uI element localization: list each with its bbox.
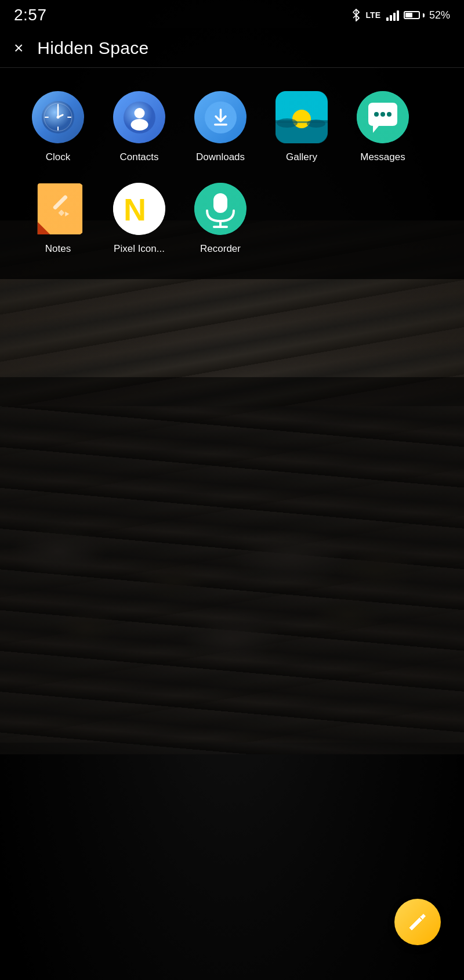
recorder-label: Recorder xyxy=(200,243,241,255)
status-bar: 2:57 LTE 52% xyxy=(0,0,464,28)
clock-svg xyxy=(41,100,75,135)
signal-bar-3 xyxy=(393,13,396,21)
bluetooth-icon xyxy=(351,9,361,21)
battery-fill xyxy=(405,13,412,17)
signal-bars xyxy=(386,9,399,21)
messages-svg xyxy=(357,91,409,143)
status-time: 2:57 xyxy=(14,6,47,24)
battery-percentage: 52% xyxy=(429,9,450,21)
app-item-messages[interactable]: Messages xyxy=(342,82,423,169)
dark-overlay xyxy=(0,377,464,980)
app-item-downloads[interactable]: Downloads xyxy=(180,82,261,169)
svg-point-9 xyxy=(57,116,60,119)
downloads-svg xyxy=(205,102,237,133)
battery-tip xyxy=(423,13,425,17)
recorder-icon xyxy=(194,183,246,235)
svg-point-12 xyxy=(130,119,148,131)
gallery-label: Gallery xyxy=(286,151,317,163)
status-icons: LTE 52% xyxy=(351,9,450,21)
svg-rect-14 xyxy=(214,124,227,126)
edit-icon xyxy=(407,912,428,932)
svg-text:N: N xyxy=(124,192,146,227)
svg-point-19 xyxy=(277,118,298,128)
app-item-gallery[interactable]: Gallery xyxy=(261,82,342,169)
clock-label: Clock xyxy=(46,151,71,163)
close-button[interactable]: × xyxy=(14,40,23,56)
pixel-label: Pixel Icon... xyxy=(114,243,165,255)
app-row-2: Notes N Pixel Icon... xyxy=(17,173,447,261)
pixel-svg: N xyxy=(113,183,165,235)
svg-point-23 xyxy=(380,112,385,117)
clock-icon xyxy=(32,91,84,143)
header: × Hidden Space xyxy=(0,28,464,68)
svg-point-11 xyxy=(134,108,144,118)
downloads-icon xyxy=(194,91,246,143)
messages-label: Messages xyxy=(360,151,405,163)
signal-bar-4 xyxy=(397,10,399,21)
contacts-svg xyxy=(124,102,155,133)
messages-icon xyxy=(357,91,409,143)
app-item-clock[interactable]: Clock xyxy=(17,82,99,169)
page-title: Hidden Space xyxy=(37,38,148,58)
lte-badge: LTE xyxy=(366,10,380,20)
svg-point-24 xyxy=(387,112,392,117)
notes-svg xyxy=(34,183,83,234)
app-item-pixel[interactable]: N Pixel Icon... xyxy=(99,173,180,261)
downloads-label: Downloads xyxy=(196,151,245,163)
svg-rect-31 xyxy=(213,193,227,213)
battery-body xyxy=(404,11,420,19)
signal-bar-1 xyxy=(386,17,389,21)
gallery-icon xyxy=(276,91,328,143)
gallery-svg xyxy=(276,91,328,143)
svg-point-22 xyxy=(374,112,379,117)
battery-indicator xyxy=(404,11,425,19)
app-item-notes[interactable]: Notes xyxy=(17,173,99,261)
svg-point-20 xyxy=(307,120,325,128)
app-grid: Clock Contacts xyxy=(0,68,464,279)
contacts-label: Contacts xyxy=(119,151,158,163)
signal-bar-2 xyxy=(390,15,392,21)
app-item-contacts[interactable]: Contacts xyxy=(99,82,180,169)
pixel-icon: N xyxy=(113,183,165,235)
fab-button[interactable] xyxy=(394,899,441,945)
app-item-recorder[interactable]: Recorder xyxy=(180,173,261,261)
notes-icon xyxy=(32,183,84,235)
contacts-icon xyxy=(113,91,165,143)
app-row-1: Clock Contacts xyxy=(17,82,447,169)
notes-label: Notes xyxy=(45,243,71,255)
recorder-svg xyxy=(194,183,246,235)
